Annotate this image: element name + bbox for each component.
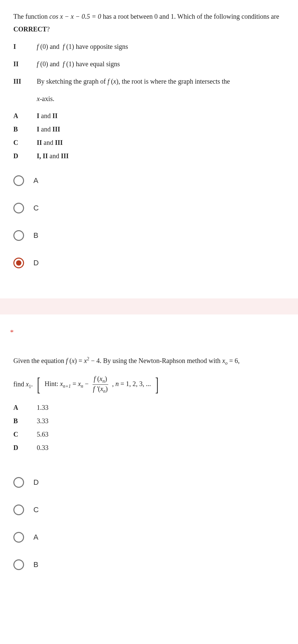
frac-num: f (xn)	[93, 375, 109, 385]
fraction: f (xn) f '(xn)	[92, 375, 109, 394]
cond-label-2: II	[13, 58, 37, 70]
cond-text-3: By sketching the graph of f (x), the roo…	[37, 75, 285, 88]
q2-radio-group: D C A B	[13, 477, 285, 570]
q2-radio-d[interactable]: D	[13, 477, 285, 488]
q1-radio-a[interactable]: A	[13, 175, 285, 186]
q2-find: find x1.	[13, 377, 33, 392]
radio-icon	[13, 175, 24, 186]
bracket-right-icon: ]	[155, 379, 159, 390]
q1-radio-c[interactable]: C	[13, 203, 285, 213]
q2-intro-a: Given the equation	[13, 357, 66, 364]
opt-c: C II and III	[13, 136, 285, 149]
q2-radio-c-label: C	[33, 505, 39, 514]
q2-opt-b-text: 3.33	[37, 415, 285, 427]
opt-a-text: I and II	[37, 110, 285, 122]
opt-b-text: I and III	[37, 123, 285, 135]
q1-radio-d[interactable]: D	[13, 258, 285, 268]
q2-radio-b[interactable]: B	[13, 559, 285, 570]
q2-opt-c: C 5.63	[13, 428, 285, 440]
q1-equation: cos x − x − 0.5 = 0	[49, 13, 101, 20]
hint-label: Hint:	[44, 380, 60, 387]
q2-opt-a: A 1.33	[13, 401, 285, 413]
q1-stem: The function cos x − x − 0.5 = 0 has a r…	[13, 10, 285, 35]
q1-intro-1: The function	[13, 13, 49, 20]
frac-den: f '(xn)	[92, 385, 109, 394]
q2-opt-d-label: D	[13, 442, 37, 454]
q2-opt-a-label: A	[13, 401, 37, 413]
cond-label-3: III	[13, 75, 37, 88]
q1-radio-b[interactable]: B	[13, 230, 285, 241]
opt-c-label: C	[13, 136, 37, 149]
required-indicator: *	[0, 314, 298, 337]
condition-3: III By sketching the graph of f (x), the…	[13, 75, 285, 88]
radio-icon	[13, 230, 24, 241]
radio-dot-icon	[16, 260, 21, 266]
hint-content: Hint: xn+1 = xn − f (xn) f '(xn) , n = 1…	[44, 375, 151, 394]
opt-a: A I and II	[13, 110, 285, 122]
radio-icon	[13, 477, 24, 488]
opt-b-label: B	[13, 123, 37, 135]
condition-2: II f (0) and f (1) have equal signs	[13, 58, 285, 70]
opt-d-label: D	[13, 150, 37, 162]
q2-radio-d-label: D	[33, 478, 39, 487]
q1-radio-c-label: C	[33, 204, 39, 212]
q1-intro-2: has a root between 0 and 1. Which of the…	[103, 13, 279, 20]
cond-text-1: f (0) and f (1) have opposite signs	[37, 40, 285, 53]
q2-radio-a[interactable]: A	[13, 532, 285, 543]
q2-hint: find x1. [ Hint: xn+1 = xn − f (xn) f '(…	[13, 375, 285, 394]
cond-text-2: f (0) and f (1) have equal signs	[37, 58, 285, 70]
q2-answer-options: A 1.33 B 3.33 C 5.63 D 0.33	[13, 401, 285, 454]
radio-icon-selected	[13, 258, 24, 268]
opt-d: D I, II and III	[13, 150, 285, 162]
bracket-left-icon: [	[37, 379, 40, 390]
question-1: The function cos x − x − 0.5 = 0 has a r…	[0, 0, 298, 298]
question-2: Given the equation f (x) = x2 − 4. By us…	[0, 337, 298, 600]
q1-radio-group: A C B D	[13, 175, 285, 268]
section-divider	[0, 298, 298, 314]
opt-c-text: II and III	[37, 136, 285, 149]
q2-opt-d: D 0.33	[13, 442, 285, 454]
q2-radio-c[interactable]: C	[13, 504, 285, 515]
condition-1: I f (0) and f (1) have opposite signs	[13, 40, 285, 53]
q2-opt-c-label: C	[13, 428, 37, 440]
q1-radio-d-label: D	[33, 259, 39, 267]
c3c: , the root is where the graph intersects…	[118, 78, 230, 85]
radio-icon	[13, 559, 24, 570]
q2-intro-b: . By using the Newton-Raphson method wit…	[100, 357, 222, 364]
cond-text-3b: x-axis.	[37, 92, 285, 105]
q1-correct-word: CORRECT	[13, 25, 47, 33]
c3a: By sketching the graph of	[37, 78, 108, 85]
q1-qmark: ?	[47, 25, 50, 33]
opt-d-text: I, II and III	[37, 150, 285, 162]
q2-opt-d-text: 0.33	[37, 442, 285, 454]
q1-radio-b-label: B	[33, 231, 38, 240]
radio-icon	[13, 532, 24, 543]
q2-opt-c-text: 5.63	[37, 428, 285, 440]
q2-opt-b: B 3.33	[13, 415, 285, 427]
q1-radio-a-label: A	[33, 176, 38, 185]
radio-icon	[13, 504, 24, 515]
opt-a-label: A	[13, 110, 37, 122]
cond-label-3b	[13, 92, 37, 105]
q1-answer-options: A I and II B I and III C II and III D I,…	[13, 110, 285, 162]
cond-label-1: I	[13, 40, 37, 53]
opt-b: B I and III	[13, 123, 285, 135]
q2-stem: Given the equation f (x) = x2 − 4. By us…	[13, 353, 285, 369]
q2-radio-a-label: A	[33, 533, 38, 542]
find-word: find	[13, 380, 26, 388]
q2-radio-b-label: B	[33, 560, 38, 569]
q2-opt-a-text: 1.33	[37, 401, 285, 413]
radio-icon	[13, 203, 24, 213]
q2-opt-b-label: B	[13, 415, 37, 427]
condition-3b: x-axis.	[13, 92, 285, 105]
